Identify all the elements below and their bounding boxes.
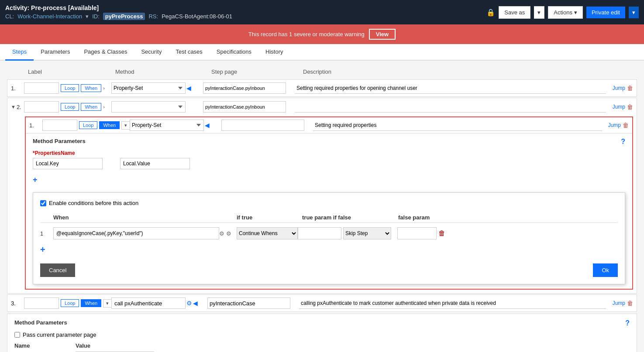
step-1-desc-area bbox=[295, 82, 613, 94]
step-3-method-icon[interactable]: ◀ bbox=[193, 300, 198, 307]
when-settings-icon[interactable]: ⚙ bbox=[219, 230, 224, 237]
step-3-jump[interactable]: Jump bbox=[613, 300, 627, 306]
add-props-row-btn[interactable]: + bbox=[33, 175, 38, 185]
sub-step-1-method-icon[interactable]: ◀ bbox=[205, 122, 210, 129]
tab-security[interactable]: Security bbox=[134, 44, 169, 61]
when-conditions-dialog: Enable conditions before this action Whe… bbox=[33, 192, 625, 284]
when-delete-btn[interactable]: 🗑 bbox=[438, 229, 445, 237]
method-params-help[interactable]: ? bbox=[621, 138, 625, 146]
when-row-num: 1 bbox=[40, 230, 53, 237]
step-2-loop-btn[interactable]: Loop bbox=[61, 103, 79, 111]
private-edit-dropdown[interactable]: ▾ bbox=[629, 7, 639, 18]
tab-history[interactable]: History bbox=[258, 44, 290, 61]
tab-test-cases[interactable]: Test cases bbox=[169, 44, 209, 61]
step-3-label-input[interactable] bbox=[24, 297, 59, 309]
step-3-page-input[interactable]: pyInteractionCase bbox=[207, 297, 290, 309]
actions-button[interactable]: Actions ▾ bbox=[548, 6, 583, 19]
tab-steps[interactable]: Steps bbox=[5, 44, 34, 61]
step-2-desc-input[interactable] bbox=[295, 101, 606, 113]
step-2-delete[interactable]: 🗑 bbox=[627, 103, 633, 110]
step-2-triangle[interactable]: ▼ bbox=[11, 104, 16, 109]
when-falseparam-select[interactable]: Skip Step Continue Whens Stop bbox=[343, 227, 391, 239]
name-col-header: Name bbox=[14, 342, 67, 349]
step-3-settings-icon[interactable]: ⚙ bbox=[186, 300, 192, 307]
method-params-2-help[interactable]: ? bbox=[625, 319, 630, 327]
name-value-header: Name Value bbox=[14, 342, 630, 349]
when-ok-btn[interactable]: Ok bbox=[593, 263, 618, 277]
sub-step-1-delete[interactable]: 🗑 bbox=[623, 122, 629, 129]
when-iftrue-select[interactable]: Continue Whens Skip Step Stop bbox=[237, 227, 298, 239]
step-3-num: 3. bbox=[11, 300, 16, 307]
sub-step-1-method-area: Property-Set ◀ bbox=[130, 120, 221, 131]
step-1-desc-input[interactable] bbox=[295, 82, 606, 94]
step-2-chevron[interactable]: › bbox=[103, 104, 105, 109]
when-col-falseparam: false param bbox=[398, 214, 451, 221]
step-3-loop-btn[interactable]: Loop bbox=[61, 299, 79, 307]
step-3-when-btn[interactable]: When bbox=[81, 299, 101, 307]
step-1-page-input[interactable]: pyInteractionCase.pyInboun bbox=[203, 82, 286, 94]
pass-checkbox[interactable] bbox=[14, 332, 20, 338]
when-condition-input[interactable] bbox=[53, 227, 219, 239]
step-2-label-input[interactable] bbox=[24, 101, 59, 113]
tab-bar: Steps Parameters Pages & Classes Securit… bbox=[0, 44, 644, 61]
cl-dropdown[interactable]: ▾ bbox=[86, 13, 89, 20]
step-2-method-select[interactable] bbox=[111, 101, 186, 113]
when-falseparam-input[interactable] bbox=[397, 227, 437, 239]
sub-step-1-method-select[interactable]: Property-Set bbox=[130, 120, 204, 131]
value-col-header: Value bbox=[76, 342, 90, 349]
step-2-num: ▼ 2. bbox=[11, 104, 24, 110]
cl-label: CL: bbox=[5, 13, 14, 20]
step-3-desc-input[interactable] bbox=[299, 297, 606, 309]
step-1-chevron[interactable]: › bbox=[103, 85, 105, 91]
rs-value: PegaCS-BotAgent:08-06-01 bbox=[162, 13, 232, 20]
step-1-loop-btn[interactable]: Loop bbox=[61, 84, 79, 92]
sub-step-1-page-area bbox=[221, 120, 313, 131]
step-1-label-input[interactable] bbox=[24, 82, 59, 94]
tab-pages-classes[interactable]: Pages & Classes bbox=[77, 44, 134, 61]
sub-step-1-loop-btn[interactable]: Loop bbox=[79, 121, 97, 129]
props-value-input[interactable] bbox=[120, 158, 190, 169]
step-1-method-icon[interactable]: ◀ bbox=[186, 85, 191, 92]
desc-header: Description bbox=[303, 68, 634, 75]
table-headers: Label Method Step page Description bbox=[7, 66, 637, 78]
view-button[interactable]: View bbox=[369, 29, 396, 40]
when-icons: ⚙ ⚙ bbox=[219, 230, 237, 237]
sub-step-1-jump[interactable]: Jump bbox=[608, 122, 623, 128]
sub-step-1-when-btn[interactable]: When bbox=[99, 121, 120, 129]
method-params-2-title: Method Parameters ? bbox=[14, 319, 630, 327]
when-actions: Cancel Ok bbox=[40, 263, 618, 277]
sub-step-1-expand-btn[interactable]: ▾ bbox=[121, 121, 130, 130]
sub-step-1-desc-input[interactable] bbox=[313, 120, 602, 131]
steppage-header: Step page bbox=[211, 68, 303, 75]
step-3-expand-btn[interactable]: ▾ bbox=[103, 299, 112, 308]
when-gear-icon[interactable]: ⚙ bbox=[226, 230, 231, 237]
save-as-dropdown[interactable]: ▾ bbox=[534, 6, 544, 19]
sub-step-1-label-input[interactable] bbox=[42, 120, 77, 131]
step-1-delete[interactable]: 🗑 bbox=[627, 85, 633, 92]
when-cancel-btn[interactable]: Cancel bbox=[40, 263, 75, 277]
when-add-row-btn[interactable]: + bbox=[40, 245, 45, 255]
app-header: Activity: Pre-process [Available] CL: Wo… bbox=[0, 0, 644, 24]
props-key-input[interactable] bbox=[33, 158, 103, 169]
step-2-jump[interactable]: Jump bbox=[613, 104, 627, 110]
enable-conditions-checkbox[interactable] bbox=[40, 200, 46, 206]
tab-specifications[interactable]: Specifications bbox=[210, 44, 258, 61]
step-1-when-btn[interactable]: When bbox=[81, 84, 101, 92]
step-2-when-btn[interactable]: When bbox=[81, 103, 101, 111]
lock-icon: 🔒 bbox=[486, 8, 495, 17]
tab-parameters[interactable]: Parameters bbox=[34, 44, 77, 61]
when-col-when: When bbox=[53, 214, 237, 221]
save-as-button[interactable]: Save as bbox=[499, 6, 530, 19]
label-header: Label bbox=[28, 68, 115, 75]
when-trueparam-input[interactable] bbox=[298, 227, 341, 239]
header-meta: CL: Work-Channel-Interaction ▾ ID: pyPre… bbox=[5, 13, 232, 20]
id-label: ID: bbox=[92, 13, 100, 20]
step-1-method-select[interactable]: Property-Set bbox=[111, 82, 186, 94]
step-2-page-input[interactable]: pyInteractionCase.pyInboun bbox=[203, 101, 286, 113]
method-params-title: Method Parameters ? bbox=[33, 138, 625, 146]
method-header: Method bbox=[115, 68, 211, 75]
step-3-delete[interactable]: 🗑 bbox=[627, 300, 633, 307]
sub-step-1-page-input[interactable] bbox=[221, 120, 304, 131]
private-edit-button[interactable]: Private edit bbox=[586, 7, 625, 18]
step-1-jump[interactable]: Jump bbox=[613, 85, 627, 91]
